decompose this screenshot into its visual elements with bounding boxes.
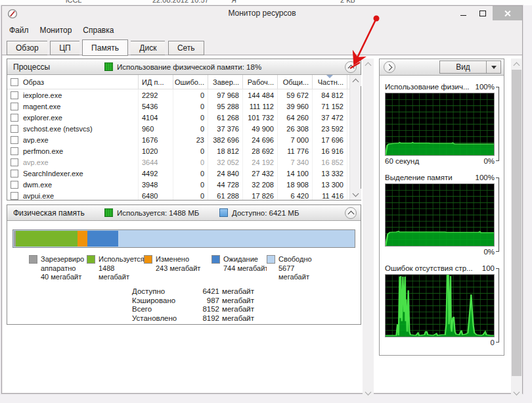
table-cell: 37 472: [313, 112, 347, 123]
menu-item-file[interactable]: Файл: [9, 26, 29, 35]
graphs-expand-button[interactable]: [384, 61, 395, 73]
scroll-up-button[interactable]: [511, 59, 522, 70]
table-row[interactable]: dwm.exe3948044 72832 20818 90813 300: [7, 179, 349, 190]
table-cell: 0: [173, 123, 208, 134]
legend-item: Изменено243 мегабайт: [144, 255, 211, 282]
graph-plot: [385, 274, 495, 337]
table-row[interactable]: perfmon.exe1020018 81228 69211 77616 916: [7, 145, 349, 156]
processes-header: Процессы Использование физической памяти…: [7, 59, 361, 75]
tab-cpu[interactable]: ЦП: [50, 41, 79, 55]
graph-max-label: 100: [482, 263, 495, 273]
scroll-down-button[interactable]: [350, 189, 361, 200]
view-button[interactable]: Вид: [439, 60, 501, 74]
process-name: avpui.exe: [23, 192, 54, 200]
graph-hard-faults: Ошибок отсутствия стр...100 0: [385, 263, 495, 348]
table-cell: 101 732: [243, 112, 278, 123]
graphs-scrollbar[interactable]: [511, 59, 522, 398]
row-checkbox[interactable]: [11, 181, 18, 189]
legend-item: Используется1488мегабайт: [87, 255, 144, 282]
row-checkbox[interactable]: [11, 147, 18, 155]
table-cell: 144 484: [243, 89, 278, 101]
row-checkbox[interactable]: [11, 136, 18, 144]
memory-usage-indicator-icon: [104, 62, 113, 71]
chevron-up-icon: [353, 79, 359, 85]
scale-bracket: [496, 268, 499, 343]
table-row[interactable]: magent.exe5436095 288111 11239 96071 152: [7, 101, 349, 112]
process-name: iexplore.exe: [23, 91, 62, 99]
table-cell: 84 812: [313, 89, 347, 101]
table-cell: 382 696: [208, 134, 243, 145]
menu-item-help[interactable]: Справка: [83, 26, 114, 35]
column-header-hard-faults[interactable]: Ошибо...: [173, 75, 208, 89]
close-icon: [504, 10, 511, 17]
column-header-working-set[interactable]: Рабоч...: [243, 75, 278, 89]
view-dropdown-button[interactable]: [486, 61, 500, 73]
processes-collapse-button[interactable]: [345, 61, 357, 73]
titlebar: Монитор ресурсов: [2, 6, 522, 22]
tab-memory[interactable]: Память: [82, 39, 128, 56]
minimize-button[interactable]: [453, 6, 473, 20]
header-checkbox[interactable]: [11, 78, 18, 86]
background-text-fragment: 22.08.2012 10:57: [152, 0, 209, 4]
legend-color-icon: [29, 255, 37, 264]
memory-bar-segment: [78, 231, 87, 247]
memory-bar-segment: [118, 231, 354, 247]
column-header-image[interactable]: Образ: [7, 75, 139, 89]
table-row[interactable]: avp.exe3644032 05224 1927 34016 852: [7, 156, 349, 168]
table-row[interactable]: avpui.exe6480061 28817 8266 42011 416: [7, 190, 349, 200]
table-row[interactable]: SearchIndexer.exe4492024 84027 43214 100…: [7, 168, 349, 179]
table-cell: 49 900: [243, 123, 278, 134]
row-checkbox[interactable]: [11, 158, 18, 166]
row-checkbox[interactable]: [11, 125, 18, 133]
row-checkbox[interactable]: [11, 170, 18, 178]
table-cell: 7 000: [278, 134, 313, 145]
scroll-up-button[interactable]: [363, 59, 374, 70]
table-scrollbar[interactable]: [349, 75, 361, 200]
tab-overview[interactable]: Обзор: [7, 41, 47, 55]
column-header-shareable[interactable]: Общи...: [278, 75, 313, 89]
row-checkbox[interactable]: [11, 114, 18, 122]
left-pane-scrollbar[interactable]: [363, 59, 374, 398]
graph-title: Использование физич...: [385, 82, 470, 92]
memory-legend: Зарезервироаппаратно40 мегабайтИспользуе…: [29, 255, 327, 282]
scroll-up-button[interactable]: [350, 75, 361, 86]
used-indicator-icon: [104, 208, 113, 217]
table-cell: 37 376: [208, 123, 243, 134]
maximize-button[interactable]: [473, 6, 493, 20]
table-cell: 6 420: [278, 190, 313, 200]
tab-network[interactable]: Сеть: [168, 41, 204, 55]
row-checkbox[interactable]: [11, 91, 18, 99]
table-cell: 18 908: [278, 179, 313, 190]
scroll-down-button[interactable]: [511, 387, 522, 398]
table-cell: 59 672: [278, 89, 313, 101]
menu-item-monitor[interactable]: Монитор: [40, 26, 72, 35]
process-name: avp.exe: [23, 158, 49, 166]
legend-color-icon: [87, 255, 95, 264]
table-row[interactable]: svchost.exe (netsvcs)960037 37649 90026 …: [7, 123, 349, 134]
tab-disk[interactable]: Диск: [131, 41, 165, 55]
table-row[interactable]: iexplore.exe2292097 968144 48459 67284 8…: [7, 89, 349, 101]
scroll-down-button[interactable]: [363, 387, 374, 398]
table-cell: 32 208: [243, 179, 278, 190]
graph-min-label: 0: [491, 337, 495, 348]
table-row[interactable]: avp.exe167623382 69624 6967 00017 696: [7, 134, 349, 145]
table-cell: 23 592: [313, 123, 347, 134]
table-cell: 28 692: [243, 145, 278, 156]
column-header-commit[interactable]: Завер...: [208, 75, 243, 89]
table-cell: 18 812: [208, 145, 243, 156]
table-cell: 39 960: [278, 101, 313, 112]
memory-collapse-button[interactable]: [345, 207, 357, 219]
close-button[interactable]: [493, 6, 522, 20]
table-cell: 3644: [139, 156, 173, 168]
row-checkbox[interactable]: [11, 103, 18, 110]
memory-stat-row: Установлено8192мегабайт: [132, 314, 254, 323]
scrollbar-thumb[interactable]: [512, 70, 521, 376]
table-row[interactable]: explorer.exe4104061 268101 73264 26037 4…: [7, 112, 349, 123]
table-cell: 6480: [139, 190, 173, 200]
chevron-down-icon: [491, 66, 497, 69]
column-header-pid[interactable]: ИД п...: [139, 75, 173, 89]
legend-color-icon: [211, 255, 220, 264]
row-checkbox[interactable]: [11, 192, 18, 200]
column-header-private[interactable]: Частн...: [313, 75, 347, 89]
physical-memory-panel: Физическая память Используется: 1488 МБ …: [7, 204, 361, 325]
